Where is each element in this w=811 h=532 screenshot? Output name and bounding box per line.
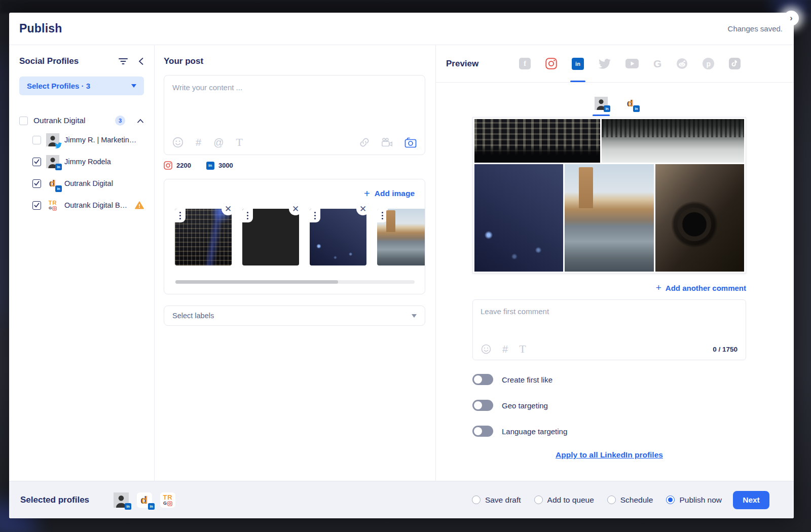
preview-tab-twitter-icon[interactable] — [599, 45, 611, 82]
profile-row-jimmy-r-twitter[interactable]: Jimmy R. | Marketing Co… — [32, 132, 144, 147]
chevron-up-icon[interactable] — [137, 119, 144, 123]
preview-tab-linkedin-icon[interactable]: in — [572, 45, 584, 82]
outrank-digital-burner-logo: TR G — [46, 199, 59, 212]
drag-handle-icon[interactable] — [242, 209, 253, 222]
text-format-icon[interactable]: T — [519, 344, 526, 355]
save-draft-radio[interactable]: Save draft — [472, 496, 521, 505]
profile-name: Jimmy Rodela — [64, 158, 111, 166]
apply-to-all-linkedin-link[interactable]: Apply to all LinkedIn profiles — [472, 450, 746, 460]
collage-image-night-sky — [474, 164, 563, 272]
twitter-icon — [55, 142, 62, 148]
preview-tab-reddit-icon[interactable] — [676, 45, 688, 82]
your-post-title: Your post — [164, 56, 425, 66]
thumbnails-scrollbar[interactable] — [175, 280, 415, 284]
preview-tab-facebook-icon[interactable]: f — [519, 45, 531, 82]
group-checkbox[interactable] — [19, 117, 28, 125]
profile-name: Outrank Digital — [64, 179, 113, 187]
geo-targeting-toggle[interactable] — [472, 400, 493, 411]
drag-handle-icon[interactable] — [377, 209, 388, 222]
language-targeting-toggle[interactable] — [472, 426, 493, 437]
profile-checkbox-checked[interactable] — [32, 179, 41, 188]
comment-char-counter: 0 / 1750 — [713, 346, 738, 353]
collapse-panel-icon[interactable] — [138, 57, 144, 65]
preview-tab-google-business-icon[interactable]: G — [653, 45, 661, 82]
profile-name: Outrank Digital Burner — [64, 201, 130, 209]
text-format-icon[interactable]: T — [236, 137, 242, 148]
linkedin-icon: in — [604, 105, 610, 112]
network-tabs: f in G p — [519, 45, 741, 82]
add-another-comment-button[interactable]: + Add another comment — [472, 282, 746, 293]
thumbnail-night-sky[interactable]: ✕ — [310, 209, 366, 265]
publish-options: Save draft Add to queue Schedule Publish… — [472, 496, 722, 505]
preview-tab-instagram-icon[interactable] — [545, 45, 557, 82]
char-limits-row: 2200 in 3000 — [164, 161, 425, 170]
hashtag-icon[interactable]: # — [502, 344, 508, 354]
thumbnail-bw-lake-forest[interactable]: ✕ — [242, 209, 299, 265]
linkedin-icon: in — [55, 164, 62, 170]
scrollbar-thumb[interactable] — [175, 280, 338, 284]
plus-icon: + — [656, 282, 661, 293]
preview-tab-youtube-icon[interactable] — [625, 45, 639, 82]
mention-icon[interactable]: @ — [213, 137, 224, 147]
photo-icon[interactable] — [404, 137, 417, 148]
preview-panel: Preview f in G — [436, 45, 794, 481]
select-labels-dropdown[interactable]: Select labels — [164, 306, 425, 326]
selected-profile-outrank-digital-burner[interactable]: TR G — [160, 492, 175, 508]
add-image-button[interactable]: + Add image — [364, 188, 415, 199]
preview-profile-tab-outrank-digital[interactable]: d in — [624, 97, 637, 117]
video-icon[interactable] — [381, 137, 393, 148]
drag-handle-icon[interactable] — [310, 209, 320, 222]
instagram-char-limit: 2200 — [176, 162, 191, 169]
preview-tab-pinterest-icon[interactable]: p — [703, 45, 714, 82]
emoji-icon[interactable] — [172, 137, 183, 148]
add-to-queue-radio[interactable]: Add to queue — [534, 496, 594, 505]
geo-targeting-row: Geo targeting — [472, 400, 746, 411]
preview-scroll-area[interactable]: + Add another comment # T 0 / 1750 — [436, 117, 794, 481]
selected-profile-jimmy-rodela[interactable]: in — [114, 492, 129, 508]
emoji-icon[interactable] — [481, 344, 491, 354]
select-profiles-dropdown[interactable]: Select Profiles · 3 — [19, 77, 144, 95]
preview-profile-tabs: in d in — [436, 83, 794, 117]
chevron-down-icon — [412, 314, 417, 318]
post-content-input[interactable] — [164, 75, 425, 126]
next-button[interactable]: Next — [733, 491, 769, 509]
profile-group-row[interactable]: Outrank Digital 3 — [19, 116, 144, 126]
modal-footer: Selected profiles in d in TR G — [9, 481, 794, 518]
linkedin-icon: in — [55, 185, 62, 192]
expand-chevron-icon[interactable]: › — [784, 11, 799, 26]
linkedin-icon: in — [148, 503, 155, 510]
editor-toolbar: # @ T — [172, 137, 417, 148]
preview-title: Preview — [446, 59, 478, 69]
preview-profile-tab-jimmy-rodela[interactable]: in — [593, 97, 610, 117]
publish-now-radio[interactable]: Publish now — [666, 496, 722, 505]
background-topbar — [0, 0, 811, 13]
profile-row-jimmy-rodela-linkedin[interactable]: in Jimmy Rodela — [32, 154, 144, 169]
comment-toolbar: # T 0 / 1750 — [481, 344, 738, 355]
drag-handle-icon[interactable] — [175, 209, 186, 222]
schedule-radio[interactable]: Schedule — [607, 496, 653, 505]
collage-image-zurich-riverside — [565, 164, 653, 272]
profile-checkbox[interactable] — [32, 136, 41, 144]
first-comment-input[interactable] — [473, 300, 746, 335]
hashtag-icon[interactable]: # — [196, 137, 201, 147]
thumbnail-night-building[interactable]: ✕ — [175, 209, 232, 265]
profile-checkbox-checked[interactable] — [32, 201, 41, 210]
create-first-like-toggle[interactable] — [472, 374, 493, 385]
remove-image-icon[interactable]: ✕ — [289, 202, 302, 215]
link-icon[interactable] — [359, 137, 370, 148]
instagram-icon — [167, 501, 172, 506]
profile-row-outrank-digital-burner-instagram[interactable]: TR G Outrank Digital Burner — [32, 198, 144, 213]
publish-modal: Publish Changes saved. › Social Profiles… — [9, 13, 794, 518]
preview-tab-tiktok-icon[interactable] — [729, 45, 741, 82]
profile-checkbox-checked[interactable] — [32, 158, 41, 166]
instagram-icon — [164, 161, 172, 170]
remove-image-icon[interactable]: ✕ — [222, 202, 235, 215]
profile-row-outrank-digital-linkedin[interactable]: d in Outrank Digital — [32, 176, 144, 191]
thumbnail-zurich-riverside[interactable] — [377, 209, 425, 265]
linkedin-char-limit: 3000 — [218, 162, 233, 169]
create-first-like-row: Create first like — [472, 374, 746, 385]
remove-image-icon[interactable]: ✕ — [356, 202, 370, 215]
filter-icon[interactable] — [119, 58, 128, 65]
preview-image-collage — [472, 117, 746, 274]
selected-profile-outrank-digital[interactable]: d in — [137, 492, 152, 508]
